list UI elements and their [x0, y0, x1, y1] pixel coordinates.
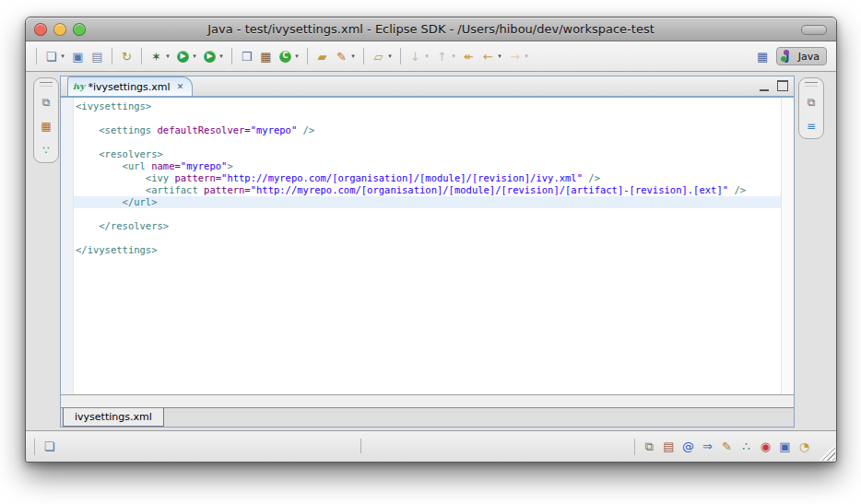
toolbar-buttons: ❏▾▣▤↻✶▾▶▾▶▾❒▦C▾▰✎▾▱▾↓▾↑▾↞←▾→▾ — [31, 48, 753, 64]
eclipse-window: Java - test/ivysettings.xml - Eclipse SD… — [25, 17, 837, 463]
last-edit-location-button[interactable]: ↞ — [460, 48, 478, 64]
new-wizard-dropdown-icon[interactable]: ▾ — [59, 53, 66, 60]
toolbar-separator — [307, 48, 308, 64]
new-java-package-button[interactable]: ▦ — [257, 48, 275, 64]
print-button[interactable]: ▤ — [88, 48, 106, 64]
code-line: <ivy pattern="http://myrepo.com/[organis… — [74, 172, 781, 184]
declaration-view-icon: ⇒ — [700, 440, 715, 454]
new-wizard-button[interactable]: ❏▾ — [42, 48, 67, 64]
debug-button[interactable]: ✶▾ — [147, 48, 172, 64]
new-java-project-icon: ❒ — [239, 49, 254, 64]
close-tab-icon[interactable]: ✕ — [177, 82, 184, 91]
search-view-icon: ✎ — [719, 440, 735, 454]
declaration-view-button[interactable]: ⇒ — [699, 439, 716, 455]
bottom-tab-ivysettings[interactable]: ivysettings.xml — [63, 408, 164, 427]
toolbar-separator — [112, 48, 112, 64]
minimize-editor-icon[interactable] — [760, 81, 769, 91]
ivy-console-view-button[interactable]: ∴ — [737, 439, 755, 455]
editor-tab-row: ivy *ivysettings.xml ✕ — [61, 76, 794, 98]
back-button[interactable]: ←▾ — [479, 48, 504, 64]
open-perspective-button[interactable]: ▦ — [754, 48, 772, 64]
next-annotation-button[interactable]: ↓▾ — [407, 48, 431, 64]
search-dropdown-icon[interactable]: ▾ — [349, 53, 357, 60]
java-perspective-icon: J — [781, 50, 795, 63]
ivy-icon: ivy — [73, 82, 84, 91]
overview-ruler — [781, 98, 794, 394]
refresh-button[interactable]: ↻ — [118, 48, 136, 64]
editor-tab-label: *ivysettings.xml — [88, 81, 170, 93]
left-fast-view-bar: ⧉▦∵ — [33, 77, 59, 163]
drag-handle[interactable] — [805, 82, 818, 87]
problems-view-button[interactable]: ▤ — [660, 439, 678, 455]
java-perspective-button[interactable]: J Java — [776, 47, 827, 65]
previous-annotation-dropdown-icon[interactable]: ▾ — [450, 53, 457, 60]
console-view-icon: ▣ — [777, 440, 793, 454]
hierarchy-view-icon: ∵ — [39, 143, 54, 158]
search-view-button[interactable]: ✎ — [718, 439, 736, 455]
open-resource-button[interactable]: ▱▾ — [370, 48, 395, 64]
java-perspective-label: Java — [798, 51, 820, 63]
toolbar-toggle-button[interactable] — [801, 25, 827, 35]
open-type-button[interactable]: ▰ — [313, 48, 331, 64]
javadoc-view-icon: @ — [680, 440, 696, 454]
open-type-icon: ▰ — [314, 49, 330, 64]
next-annotation-dropdown-icon[interactable]: ▾ — [423, 53, 430, 60]
new-java-project-button[interactable]: ❒ — [238, 48, 255, 64]
debug-dropdown-icon[interactable]: ▾ — [164, 53, 171, 60]
search-button[interactable]: ✎▾ — [333, 48, 358, 64]
zoom-window-button[interactable] — [73, 23, 86, 36]
toolbar-separator — [231, 48, 232, 64]
package-explorer-view-icon: ▦ — [39, 119, 54, 134]
editor-bottom-tab-row: ivysettings.xml — [61, 407, 794, 427]
run-external-tools-dropdown-icon[interactable]: ▾ — [218, 53, 225, 60]
run-dropdown-icon[interactable]: ▾ — [191, 53, 198, 60]
ivy-console-view-icon: ∴ — [738, 440, 754, 454]
drag-handle[interactable] — [40, 82, 53, 87]
back-icon: ← — [480, 49, 496, 64]
forward-dropdown-icon[interactable]: ▾ — [523, 53, 530, 60]
progress-view-button[interactable]: ◔ — [796, 439, 813, 455]
minimize-window-button[interactable] — [53, 23, 66, 36]
toolbar-separator — [141, 48, 142, 64]
javadoc-view-button[interactable]: @ — [679, 439, 697, 455]
hierarchy-view-button[interactable]: ∵ — [38, 142, 55, 158]
previous-annotation-button[interactable]: ↑▾ — [433, 48, 458, 64]
forward-button[interactable]: →▾ — [506, 48, 531, 64]
restore-view-button[interactable]: ⧉ — [803, 94, 820, 111]
save-icon: ▣ — [70, 49, 86, 64]
console-view-button[interactable]: ▣ — [776, 439, 794, 455]
back-dropdown-icon[interactable]: ▾ — [496, 53, 503, 60]
open-perspective-icon: ▦ — [755, 49, 771, 64]
forward-icon: → — [507, 49, 523, 64]
fast-view-button[interactable]: ❏ — [41, 439, 58, 455]
code-line: </resolvers> — [74, 220, 781, 232]
toolbar-separator — [36, 48, 37, 64]
restore-view-button[interactable]: ⧉ — [641, 439, 658, 455]
perspective-bar: ▦ J Java — [753, 47, 831, 65]
new-java-class-button[interactable]: C▾ — [277, 49, 301, 64]
code-line: <settings defaultResolver="myrepo" /> — [74, 124, 781, 136]
print-icon: ▤ — [89, 49, 105, 64]
error-log-view-button[interactable]: ◉ — [757, 439, 774, 455]
horizontal-scrollbar[interactable] — [61, 394, 794, 407]
editor-pane: ivy *ivysettings.xml ✕ <ivysettings> <se… — [60, 76, 795, 428]
code-line: <resolvers> — [74, 148, 781, 160]
code-line: <artifact pattern="http://myrepo.com/[or… — [74, 184, 781, 196]
run-external-tools-button[interactable]: ▶▾ — [201, 49, 226, 64]
close-window-button[interactable] — [34, 23, 47, 36]
save-button[interactable]: ▣ — [69, 48, 87, 64]
title-bar[interactable]: Java - test/ivysettings.xml - Eclipse SD… — [26, 18, 836, 41]
code-line — [74, 232, 781, 244]
editor-tab-ivysettings[interactable]: ivy *ivysettings.xml ✕ — [67, 76, 193, 96]
maximize-editor-icon[interactable] — [777, 80, 788, 91]
restore-view-button[interactable]: ⧉ — [38, 94, 55, 111]
open-resource-dropdown-icon[interactable]: ▾ — [386, 53, 394, 60]
run-button[interactable]: ▶▾ — [174, 49, 199, 64]
refresh-icon: ↻ — [119, 49, 135, 64]
code-line — [74, 208, 781, 220]
package-explorer-view-button[interactable]: ▦ — [38, 118, 55, 135]
search-icon: ✎ — [334, 49, 349, 64]
xml-source-editor[interactable]: <ivysettings> <settings defaultResolver=… — [74, 98, 781, 394]
new-java-class-dropdown-icon[interactable]: ▾ — [293, 53, 301, 60]
outline-view-button[interactable]: ≡ — [803, 118, 820, 135]
